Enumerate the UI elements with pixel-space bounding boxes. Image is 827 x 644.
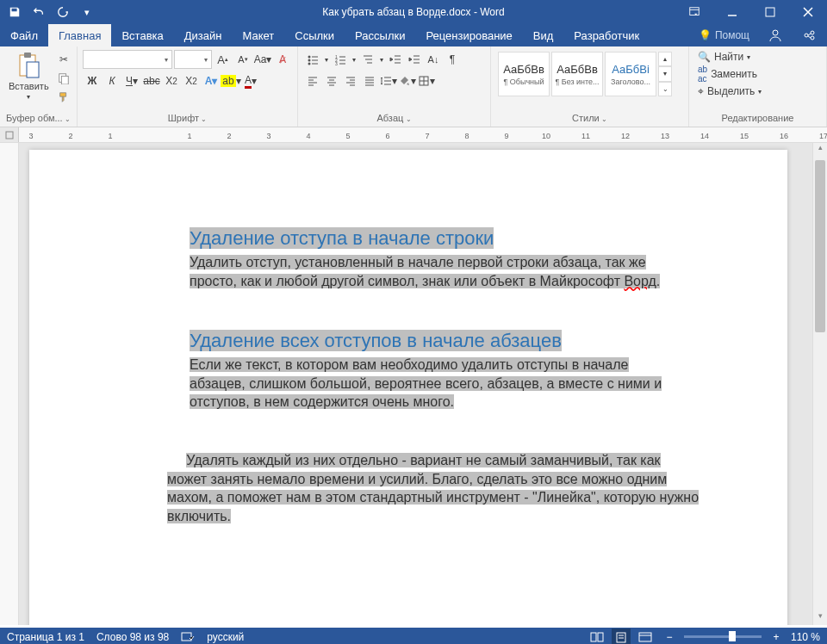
scroll-up-icon[interactable]: ▴ <box>658 52 672 66</box>
bold-button[interactable]: Ж <box>83 71 102 90</box>
chevron-down-icon[interactable]: ▾ <box>201 56 211 64</box>
ribbon-options-icon[interactable] <box>675 1 713 23</box>
clear-format-icon[interactable]: A̷ <box>274 50 292 69</box>
page[interactable]: Удаление отступа в начале строки Удалить… <box>29 150 787 625</box>
underline-button[interactable]: Ч▾ <box>122 71 141 90</box>
tab-insert[interactable]: Вставка <box>111 24 173 46</box>
numbering-icon[interactable]: 123 <box>331 50 350 69</box>
style-no-spacing[interactable]: АаБбВв ¶ Без инте... <box>551 52 603 96</box>
style-gallery-scroll[interactable]: ▴ ▾ ⌄ <box>658 52 672 96</box>
tab-file[interactable]: Файл <box>0 24 48 46</box>
select-button[interactable]: ⌖ Выделить ▾ <box>694 84 765 98</box>
paragraph-2[interactable]: Если же текст, в котором вам необходимо … <box>190 356 736 412</box>
zoom-level[interactable]: 110 % <box>791 631 820 643</box>
minimize-icon[interactable] <box>713 1 751 23</box>
chevron-down-icon[interactable]: ▾ <box>377 50 386 69</box>
style-normal[interactable]: АаБбВв ¶ Обычный <box>498 52 550 96</box>
qat-customize-icon[interactable]: ▾ <box>76 1 98 23</box>
heading-1[interactable]: Удаление отступа в начале строки <box>190 227 736 250</box>
increase-indent-icon[interactable] <box>405 50 424 69</box>
account-icon[interactable] <box>758 28 793 42</box>
close-icon[interactable] <box>789 1 827 23</box>
zoom-out-icon[interactable]: − <box>660 629 679 645</box>
tab-review[interactable]: Рецензирование <box>415 24 522 46</box>
shrink-font-icon[interactable]: A▾ <box>233 50 252 69</box>
font-name-box[interactable]: ▾ <box>83 50 172 69</box>
font-color-icon[interactable]: A▾ <box>241 71 260 90</box>
redo-icon[interactable] <box>52 1 74 23</box>
heading-2[interactable]: Удаление всех отступов в начале абзацев <box>190 330 736 352</box>
grow-font-icon[interactable]: A▴ <box>214 50 232 69</box>
scroll-thumb[interactable] <box>815 160 825 332</box>
italic-button[interactable]: К <box>103 71 121 90</box>
strike-button[interactable]: abc <box>142 71 161 90</box>
tab-developer[interactable]: Разработчик <box>563 24 650 46</box>
zoom-slider[interactable] <box>684 635 762 638</box>
tell-me-label: Помощ <box>715 29 749 41</box>
spellcheck-icon[interactable] <box>181 631 195 643</box>
tell-me[interactable]: 💡 Помощ <box>690 29 758 41</box>
status-page[interactable]: Страница 1 из 1 <box>7 631 84 643</box>
undo-icon[interactable] <box>28 1 50 23</box>
find-label: Найти <box>714 51 743 63</box>
tab-home[interactable]: Главная <box>48 24 111 46</box>
paragraph-3[interactable]: Удалять каждый из них отдельно - вариант… <box>167 451 736 525</box>
tab-references[interactable]: Ссылки <box>284 24 345 46</box>
tab-view[interactable]: Вид <box>523 24 564 46</box>
borders-icon[interactable]: ▾ <box>417 71 436 90</box>
decrease-indent-icon[interactable] <box>386 50 405 69</box>
paragraph-1[interactable]: Удалить отступ, установленный в начале п… <box>190 253 736 290</box>
web-layout-icon[interactable] <box>636 629 655 645</box>
style-name: ¶ Без инте... <box>555 77 599 86</box>
format-painter-icon[interactable] <box>54 88 73 107</box>
paste-button[interactable]: Вставить ▾ <box>5 50 53 102</box>
pilcrow-icon[interactable]: ¶ <box>443 50 462 69</box>
sort-icon[interactable]: A↓ <box>424 50 443 69</box>
tab-design[interactable]: Дизайн <box>174 24 233 46</box>
replace-button[interactable]: abac Заменить <box>694 64 761 84</box>
chevron-down-icon[interactable]: ▾ <box>350 50 358 69</box>
tab-mailings[interactable]: Рассылки <box>345 24 415 46</box>
zoom-in-icon[interactable]: + <box>767 629 786 645</box>
multilevel-icon[interactable] <box>358 50 377 69</box>
cut-icon[interactable]: ✂ <box>54 50 73 69</box>
find-button[interactable]: 🔍 Найти ▾ <box>694 50 754 64</box>
ruler-vertical[interactable] <box>0 143 19 625</box>
align-right-icon[interactable] <box>341 71 360 90</box>
bullets-icon[interactable] <box>303 50 322 69</box>
status-words[interactable]: Слово 98 из 98 <box>96 631 169 643</box>
tab-layout[interactable]: Макет <box>232 24 284 46</box>
font-size-box[interactable]: ▾ <box>174 50 212 69</box>
line-spacing-icon[interactable]: ▾ <box>379 71 398 90</box>
chevron-down-icon[interactable]: ▾ <box>161 56 171 64</box>
document-area[interactable]: Удаление отступа в начале строки Удалить… <box>19 143 812 625</box>
subscript-button[interactable]: X2 <box>162 71 181 90</box>
expand-gallery-icon[interactable]: ⌄ <box>658 82 672 96</box>
print-layout-icon[interactable] <box>612 629 631 645</box>
superscript-button[interactable]: X2 <box>182 71 201 90</box>
scrollbar-vertical[interactable]: ▴ ▾ <box>812 143 827 625</box>
align-center-icon[interactable] <box>322 71 341 90</box>
style-name: ¶ Обычный <box>503 77 544 86</box>
text-effects-icon[interactable]: A▾ <box>202 71 221 90</box>
style-heading1[interactable]: АаБбВі Заголово... <box>605 52 656 96</box>
change-case-icon[interactable]: Aa▾ <box>254 50 272 69</box>
svg-rect-17 <box>591 633 596 641</box>
highlight-icon[interactable]: ab▾ <box>221 71 240 90</box>
svg-point-8 <box>308 56 311 59</box>
save-icon[interactable] <box>3 1 26 23</box>
shading-icon[interactable]: ▾ <box>398 71 417 90</box>
svg-rect-18 <box>598 633 603 641</box>
read-mode-icon[interactable] <box>588 629 606 645</box>
maximize-icon[interactable] <box>751 1 789 23</box>
ruler-horizontal[interactable]: 3211234567891011121314151617 <box>0 127 827 143</box>
copy-icon[interactable] <box>54 69 73 88</box>
justify-icon[interactable] <box>360 71 379 90</box>
chevron-down-icon[interactable]: ▾ <box>322 50 331 69</box>
share-icon[interactable] <box>793 28 827 42</box>
group-clipboard: Вставить ▾ ✂ Буфер обм... <box>0 46 78 127</box>
scroll-down-icon[interactable]: ▾ <box>658 66 672 81</box>
status-language[interactable]: русский <box>207 631 244 643</box>
align-left-icon[interactable] <box>303 71 322 90</box>
zoom-thumb[interactable] <box>729 631 736 641</box>
